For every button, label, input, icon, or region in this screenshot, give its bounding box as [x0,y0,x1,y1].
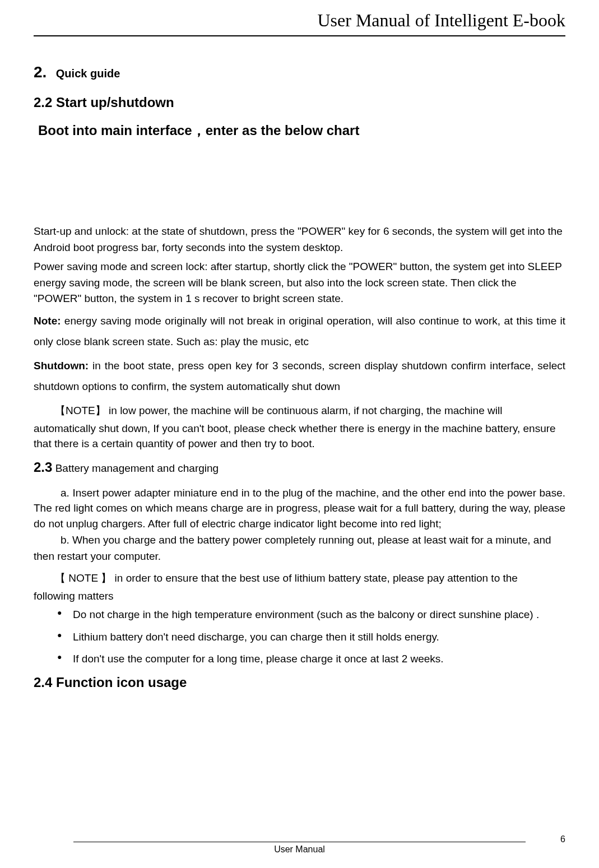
startup-paragraph: Start-up and unlock: at the state of shu… [34,224,565,256]
section-2-3-para-b: b. When you charge and the battery power… [34,532,565,564]
note-text: energy saving mode originally will not b… [34,315,565,347]
list-item: Do not charge in the high temperature en… [57,607,565,623]
section-2-3-note-text: in order to ensure that the best use of … [112,572,518,584]
footer-label: User Manual [274,844,325,855]
list-item: Lithium battery don't need discharge, yo… [57,629,565,645]
footer-divider [73,842,526,842]
note2-text: in low power, the machine will be contin… [106,405,503,416]
section-2-2-subheading: Boot into main interface，enter as the be… [38,122,565,140]
header-divider [34,35,565,36]
section-2-3-heading: 2.3 Battery management and charging [34,459,565,475]
shutdown-label: Shutdown: [34,360,89,372]
shutdown-text: in the boot state, press open key for 3 … [34,360,565,392]
section-2-4-heading: 2.4 Function icon usage [34,675,565,690]
section-2-3-note: 【 NOTE 】 in order to ensure that the bes… [34,568,565,588]
footer: User Manual 6 [34,842,565,855]
section-2-label: Quick guide [56,67,120,80]
section-2-3-para-a: a. Insert power adapter miniature end in… [34,485,565,532]
note2-block: 【NOTE】 in low power, the machine will be… [34,400,565,421]
note-label: Note: [34,315,61,327]
list-item: If don't use the computer for a long tim… [57,651,565,667]
note-paragraph: Note: energy saving mode originally will… [34,310,565,352]
section-2-3-note-prefix: 【 NOTE 】 [55,572,112,584]
note2-prefix: 【NOTE】 [55,405,106,416]
section-2-3-note-continue: following matters [34,588,565,604]
section-2-2-heading: 2.2 Start up/shutdown [34,95,565,110]
footer-page-number: 6 [560,834,565,844]
section-2-number: 2. [34,63,47,81]
section-2-3-number: 2.3 [34,459,52,475]
section-2-3-label: Battery management and charging [52,462,219,474]
note2-continue: automatically shut down, If you can't bo… [34,421,565,452]
section-2-3-bullets: Do not charge in the high temperature en… [57,607,565,667]
section-2-heading: 2. Quick guide [34,63,565,81]
shutdown-paragraph: Shutdown: in the boot state, press open … [34,355,565,397]
header-title: User Manual of Intelligent E-book [34,10,565,31]
powersaving-paragraph: Power saving mode and screen lock: after… [34,259,565,307]
